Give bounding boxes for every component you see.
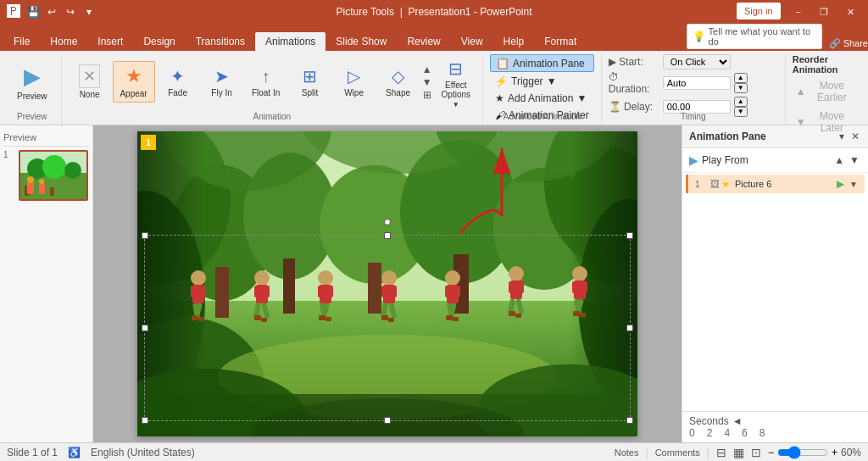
tab-animations[interactable]: Animations bbox=[255, 32, 326, 51]
anim-floatin[interactable]: ↑ Float In bbox=[245, 64, 287, 101]
scroll-up-button[interactable]: ▲ bbox=[421, 64, 433, 75]
minimize-button[interactable]: − bbox=[789, 5, 808, 19]
anim-shape[interactable]: ◇ Shape bbox=[377, 63, 420, 101]
handle-bottom-middle[interactable] bbox=[384, 417, 391, 424]
slide-thumbnail-item: 1 bbox=[3, 150, 89, 201]
anim-flyin[interactable]: ➤ Fly In bbox=[201, 63, 243, 101]
scroll-more-button[interactable]: ⊞ bbox=[421, 89, 433, 101]
anim-none[interactable]: ✕ None bbox=[69, 61, 111, 103]
effect-options-icon: ⊟ bbox=[448, 58, 463, 79]
move-earlier-button[interactable]: ▲ Move Earlier bbox=[793, 78, 858, 105]
anim-appear[interactable]: ★ Appear bbox=[113, 61, 155, 103]
anim-split-icon: ⊞ bbox=[303, 66, 317, 86]
close-button[interactable]: ✕ bbox=[840, 5, 861, 19]
title-bar-left: 🅿 💾 ↩ ↪ ▾ bbox=[7, 4, 97, 19]
timing-group-label: Timing bbox=[681, 112, 706, 121]
tab-home[interactable]: Home bbox=[40, 32, 87, 51]
anim-split[interactable]: ⊞ Split bbox=[289, 63, 331, 101]
handle-bottom-right[interactable] bbox=[626, 417, 633, 424]
add-animation-dropdown-icon: ▼ bbox=[576, 92, 587, 104]
handle-middle-left[interactable] bbox=[142, 325, 148, 331]
search-icon: 💡 bbox=[693, 31, 705, 42]
duration-down-button[interactable]: ▼ bbox=[734, 83, 748, 93]
timeline-back-button[interactable]: ◄ bbox=[732, 415, 743, 427]
accessibility-icon: ♿ bbox=[68, 447, 81, 458]
anim-item-dropdown-icon[interactable]: ▼ bbox=[849, 180, 858, 189]
save-button[interactable]: 💾 bbox=[25, 4, 41, 19]
handle-top-left[interactable] bbox=[142, 232, 148, 239]
tab-file[interactable]: File bbox=[3, 32, 40, 51]
redo-button[interactable]: ↪ bbox=[63, 4, 78, 19]
tab-review[interactable]: Review bbox=[397, 32, 450, 51]
slide-editing-area[interactable]: 1 bbox=[93, 125, 682, 442]
tab-transitions[interactable]: Transitions bbox=[186, 32, 255, 51]
play-from-button[interactable]: ▶ Play From bbox=[689, 153, 748, 167]
start-label: ▶ Start: bbox=[609, 56, 659, 68]
ribbon-content: ▶ Preview Preview ✕ None ★ Appear bbox=[0, 51, 868, 125]
ribbon-group-timing: ▶ Start: On Click ⏱ Duration: ▲ ▼ bbox=[602, 54, 786, 125]
delay-up-button[interactable]: ▲ bbox=[734, 97, 748, 107]
title-bar: 🅿 💾 ↩ ↪ ▾ Picture Tools | Presentation1 … bbox=[0, 0, 868, 24]
pane-up-button[interactable]: ▲ bbox=[832, 154, 846, 166]
tab-format[interactable]: Format bbox=[534, 32, 587, 51]
zoom-out-button[interactable]: − bbox=[768, 447, 774, 458]
tab-slideshow[interactable]: Slide Show bbox=[326, 32, 397, 51]
animation-group-label: Animation bbox=[253, 112, 291, 121]
effect-options-button[interactable]: ⊟ Effect Options ▼ bbox=[437, 55, 476, 108]
anim-wipe[interactable]: ▷ Wipe bbox=[333, 63, 376, 101]
ribbon-group-advanced: 📋 Animation Pane ⚡ Trigger ▼ ★ Add Anima… bbox=[483, 54, 602, 125]
handle-bottom-left[interactable] bbox=[142, 417, 148, 424]
move-later-button[interactable]: ▼ Move Later bbox=[793, 108, 858, 136]
trigger-dropdown-icon: ▼ bbox=[547, 75, 557, 87]
seconds-label: Seconds bbox=[689, 415, 729, 427]
anim-shape-icon: ◇ bbox=[392, 66, 404, 86]
search-box[interactable]: 💡 Tell me what you want to do bbox=[687, 24, 822, 49]
tab-insert[interactable]: Insert bbox=[87, 32, 133, 51]
reorder-label: Reorder Animation bbox=[793, 54, 858, 75]
selection-box bbox=[144, 235, 631, 421]
start-select[interactable]: On Click bbox=[663, 54, 731, 69]
slideshow-view-button[interactable]: ⊡ bbox=[751, 446, 761, 459]
svg-point-10 bbox=[39, 179, 44, 184]
restore-button[interactable]: ❐ bbox=[813, 5, 835, 19]
comments-button[interactable]: Comments bbox=[655, 447, 700, 458]
rotate-handle[interactable] bbox=[384, 219, 391, 225]
share-button[interactable]: 🔗 Share bbox=[829, 38, 868, 49]
duration-input[interactable] bbox=[663, 76, 731, 90]
duration-up-button[interactable]: ▲ bbox=[734, 73, 748, 83]
handle-middle-right[interactable] bbox=[626, 325, 633, 331]
undo-button[interactable]: ↩ bbox=[44, 4, 59, 19]
handle-top-middle[interactable] bbox=[384, 232, 391, 239]
delay-down-button[interactable]: ▼ bbox=[734, 107, 748, 117]
effect-options-dropdown-icon: ▼ bbox=[453, 101, 459, 108]
slide-thumbnail[interactable] bbox=[19, 150, 88, 201]
signin-button[interactable]: Sign in bbox=[737, 3, 781, 19]
zoom-slider[interactable] bbox=[777, 446, 828, 459]
notes-button[interactable]: Notes bbox=[615, 447, 639, 458]
preview-button[interactable]: ▶ Preview bbox=[10, 60, 54, 104]
duration-label: ⏱ Duration: bbox=[609, 71, 659, 95]
animation-list-item[interactable]: 1 🖼 ★ Picture 6 ▶ ▼ bbox=[686, 175, 865, 193]
svg-point-8 bbox=[27, 176, 34, 183]
slide-canvas[interactable]: 1 bbox=[137, 131, 637, 436]
svg-rect-7 bbox=[27, 181, 34, 194]
pane-down-button[interactable]: ▼ bbox=[848, 154, 861, 166]
scroll-down-button[interactable]: ▼ bbox=[421, 76, 433, 88]
advanced-animation-label: Advanced Animation bbox=[504, 112, 581, 121]
pane-title: Animation Pane bbox=[689, 131, 766, 142]
zoom-in-button[interactable]: + bbox=[832, 447, 837, 458]
handle-top-right[interactable] bbox=[626, 232, 633, 239]
thumbnail-svg bbox=[20, 152, 88, 201]
anim-fade-icon: ✦ bbox=[170, 66, 185, 86]
anim-fade[interactable]: ✦ Fade bbox=[157, 63, 199, 101]
trigger-icon: ⚡ bbox=[495, 75, 508, 87]
tab-help[interactable]: Help bbox=[493, 32, 535, 51]
animation-pane-button[interactable]: 📋 Animation Pane bbox=[490, 54, 594, 72]
trigger-button[interactable]: ⚡ Trigger ▼ bbox=[490, 74, 594, 89]
tab-design[interactable]: Design bbox=[133, 32, 185, 51]
customize-qa-button[interactable]: ▾ bbox=[81, 4, 97, 19]
fit-view-button[interactable]: ⊟ bbox=[716, 446, 726, 459]
add-animation-button[interactable]: ★ Add Animation ▼ bbox=[490, 91, 594, 106]
normal-view-button[interactable]: ▦ bbox=[733, 446, 744, 459]
tab-view[interactable]: View bbox=[451, 32, 493, 51]
